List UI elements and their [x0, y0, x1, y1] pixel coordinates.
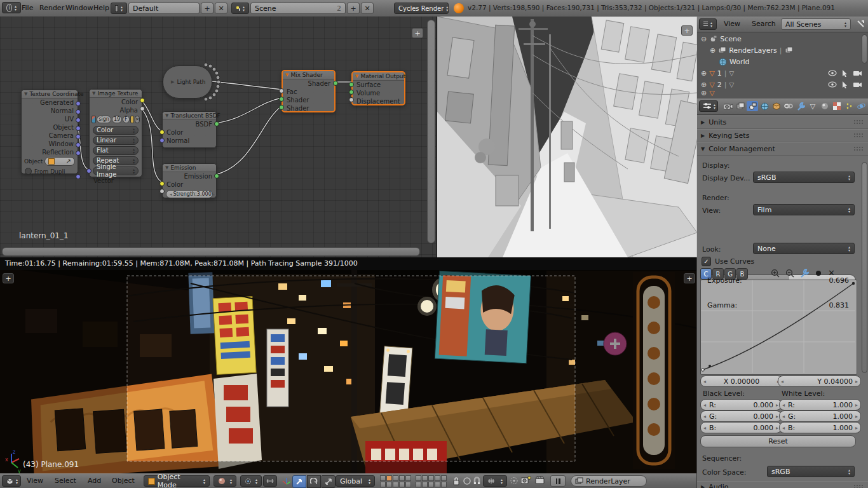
snap-element-select[interactable]: ▴▾ — [483, 475, 507, 487]
tab-world[interactable] — [759, 101, 770, 111]
viewport-top-expand-region-button[interactable]: + — [681, 25, 693, 36]
add-menu[interactable]: Add — [84, 474, 105, 488]
socket-in-volume[interactable] — [349, 90, 354, 95]
tab-data[interactable]: ▽ — [807, 101, 818, 111]
socket-in-color[interactable] — [159, 181, 165, 186]
look-select[interactable]: None▴▾ — [753, 243, 855, 254]
socket-out-shader[interactable] — [333, 81, 338, 86]
outliner-row-object-1[interactable]: ⊕ ▽ 1 | ▽ — [697, 67, 868, 79]
curve-tools-wrench-icon[interactable] — [800, 269, 809, 278]
outliner-row-object-2[interactable]: ⊕ ▽ 2 | ▽ — [697, 79, 868, 90]
use-curves-checkbox[interactable]: ✓ — [702, 257, 711, 266]
tab-texture[interactable] — [831, 101, 843, 111]
projection-select[interactable]: Flat▴▾ — [93, 146, 139, 155]
interpolation-select[interactable]: Linear▴▾ — [93, 136, 139, 145]
properties-scrollbar[interactable] — [862, 162, 867, 373]
socket-out-alpha[interactable] — [140, 106, 145, 111]
socket-in-displacement[interactable] — [349, 97, 354, 102]
render-view-properties-button[interactable]: + — [684, 273, 695, 283]
sequencer-color-space-select[interactable]: sRGB▴▾ — [767, 466, 855, 477]
socket-out-window[interactable] — [76, 142, 81, 147]
node-light-path[interactable]: ▶ Light Path — [163, 65, 212, 98]
black-b-field[interactable]: ◂B:0.000▸ — [700, 422, 782, 433]
socket-out-reflection[interactable] — [76, 151, 81, 156]
socket-out-camera[interactable] — [76, 134, 81, 139]
object-picker-field[interactable]: ↗ — [44, 157, 75, 166]
white-r-field[interactable]: ◂R:1.000▸ — [779, 399, 861, 410]
opengl-render-icon[interactable] — [521, 476, 531, 484]
rotate-manipulator-button[interactable] — [307, 475, 321, 488]
collapse-icon[interactable]: ⊖ — [701, 35, 707, 43]
socket-out-normal[interactable] — [76, 109, 81, 114]
tab-particles[interactable] — [843, 101, 855, 111]
panel-grip[interactable] — [854, 133, 864, 138]
outliner-menu-view[interactable]: View — [720, 17, 744, 31]
translate-manipulator-button[interactable] — [292, 475, 306, 488]
fake-user-button[interactable]: F — [123, 116, 130, 123]
outliner-display-filter[interactable]: All Scenes ▴▾ — [781, 18, 851, 30]
object-menu[interactable]: Object — [108, 474, 139, 488]
tab-modifiers[interactable] — [795, 101, 806, 111]
render-view-toolshelf-button[interactable]: + — [3, 273, 14, 283]
white-b-field[interactable]: ◂B:1.000▸ — [779, 422, 861, 433]
layout-add-button[interactable]: + — [201, 3, 214, 14]
layout-name-field[interactable]: Default — [128, 3, 200, 14]
pivot-select[interactable]: ▴▾ — [240, 475, 262, 487]
curve-clipping-icon[interactable] — [815, 269, 822, 277]
outliner-row-renderlayers[interactable]: ⊕ RenderLayers | — [697, 44, 868, 56]
tab-physics[interactable] — [855, 101, 867, 111]
layers-group-2[interactable] — [416, 475, 447, 488]
editor-type-button-3dview[interactable]: ▴▾ — [2, 475, 21, 487]
scene-add-button[interactable]: + — [347, 3, 360, 14]
socket-out-generated[interactable] — [76, 174, 81, 179]
proportional-edit-icon[interactable] — [510, 477, 519, 485]
snap-magnet-icon[interactable] — [473, 477, 481, 485]
pause-render-button[interactable] — [550, 475, 566, 487]
expand-icon[interactable]: ⊕ — [701, 69, 707, 78]
curve-zoom-in-icon[interactable] — [771, 269, 780, 278]
outliner-menu-search[interactable]: Search — [748, 17, 780, 31]
shading-select[interactable]: ▴▾ — [214, 475, 236, 487]
mode-select[interactable]: Object Mode ▴▾ — [144, 475, 210, 487]
reset-button[interactable]: Reset — [700, 435, 856, 447]
expand-icon[interactable]: ⊕ — [710, 46, 715, 55]
node-editor-hscrollbar[interactable] — [2, 247, 420, 256]
lock-icon[interactable] — [452, 477, 460, 485]
panel-audio[interactable]: ▶ Audio — [697, 481, 868, 488]
outliner-row-clipped[interactable]: ⊕ ▽ — [697, 90, 868, 96]
opengl-render-anim-icon[interactable] — [535, 476, 545, 484]
tab-material[interactable] — [819, 101, 831, 111]
render-layer-select[interactable]: RenderLayer — [571, 475, 647, 487]
transform-orientation-select[interactable]: Global ▴▾ — [336, 475, 375, 487]
menu-help[interactable]: Help — [90, 1, 113, 15]
socket-in-color[interactable] — [159, 130, 165, 135]
layout-browse-button[interactable]: ▴▾ — [111, 3, 127, 14]
tab-object[interactable] — [771, 101, 782, 111]
panel-grip[interactable] — [854, 485, 864, 488]
editor-type-button-properties[interactable]: ▴▾ — [699, 100, 718, 112]
socket-in-shader1[interactable] — [279, 97, 284, 102]
node-editor-expand-region-button[interactable]: + — [412, 28, 423, 38]
selectability-cursor-icon[interactable] — [842, 70, 848, 77]
from-dupli-checkbox[interactable] — [25, 168, 32, 175]
scene-browse-button[interactable]: ▴▾ — [231, 3, 249, 14]
panel-keying-sets[interactable]: ▶ Keying Sets — [697, 129, 868, 142]
selectability-cursor-icon[interactable] — [842, 81, 848, 88]
image-name-field[interactable]: sign — [97, 116, 111, 123]
emission-strength-field[interactable]: ◂ Strength: 3.000 ▸ — [166, 190, 213, 198]
node-emission[interactable]: ▼Emission Emission Color ◂ Strength: 3.0… — [162, 163, 217, 198]
panel-grip[interactable] — [854, 120, 864, 125]
outliner-row-scene[interactable]: ⊖ Scene — [697, 33, 868, 44]
display-device-select[interactable]: sRGB▴▾ — [753, 172, 855, 183]
scene-name-field[interactable]: Scene 2 — [250, 3, 346, 14]
view-transform-select[interactable]: Film▴▾ — [753, 204, 855, 215]
curve-widget[interactable] — [700, 280, 857, 375]
new-image-icon[interactable] — [130, 116, 134, 123]
panel-units[interactable]: ▶ Units — [697, 116, 868, 129]
socket-out-bsdf[interactable] — [214, 121, 219, 126]
panel-grip[interactable] — [854, 147, 864, 151]
source-select[interactable]: Single Image▴▾ — [93, 166, 139, 175]
socket-out-generated2[interactable] — [76, 101, 81, 106]
image-icon[interactable] — [92, 116, 96, 123]
manipulate-center-points-toggle[interactable] — [263, 475, 277, 487]
